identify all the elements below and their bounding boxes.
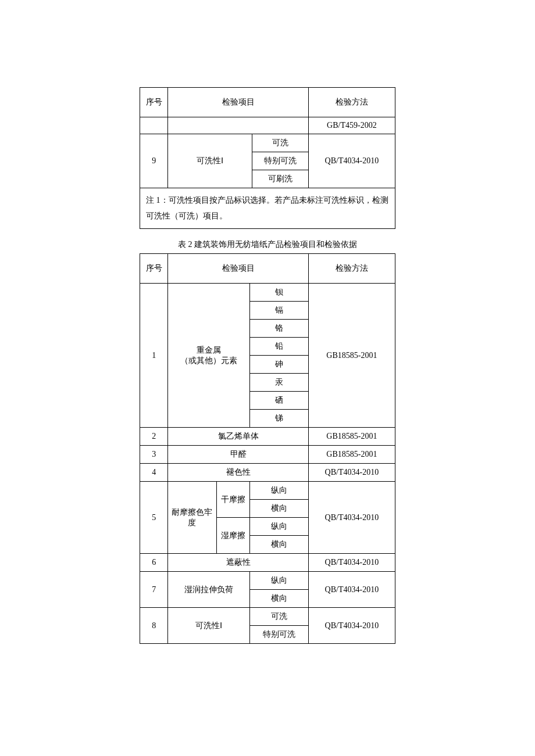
cell-seq: 5 xyxy=(140,482,168,554)
header-seq: 序号 xyxy=(140,88,168,117)
cell-item-name: 可洗性Ⅰ xyxy=(168,134,252,188)
cell-item-name: 重金属 （或其他）元素 xyxy=(168,284,249,428)
cell-method: GB/T459-2002 xyxy=(308,117,395,134)
table-row: 序号 检验项目 检验方法 xyxy=(140,88,395,117)
cell-item-name: 湿润拉伸负荷 xyxy=(168,572,249,608)
cell-sub: 砷 xyxy=(249,356,308,374)
cell-sub: 纵向 xyxy=(249,518,308,536)
cell-sub: 可洗 xyxy=(252,134,309,152)
cell-item-name: 褪色性 xyxy=(168,464,308,482)
cell-sub: 横向 xyxy=(249,536,308,554)
cell-sub: 纵向 xyxy=(249,572,308,590)
table-2: 序号 检验项目 检验方法 1 重金属 （或其他）元素 钡 GB18585-200… xyxy=(140,253,395,644)
table-row: 9 可洗性Ⅰ 可洗 QB/T4034-2010 xyxy=(140,134,395,152)
cell-seq: 8 xyxy=(140,608,168,644)
cell-seq: 1 xyxy=(140,284,168,428)
header-seq: 序号 xyxy=(140,254,168,284)
cell-sub: 镉 xyxy=(249,302,308,320)
table-row: 3 甲醛 GB18585-2001 xyxy=(140,446,395,464)
table-row: 2 氯乙烯单体 GB18585-2001 xyxy=(140,428,395,446)
cell-method: GB18585-2001 xyxy=(308,446,395,464)
cell-sub: 特别可洗 xyxy=(252,152,309,170)
cell-seq: 6 xyxy=(140,554,168,572)
header-method: 检验方法 xyxy=(308,254,395,284)
table-1: 序号 检验项目 检验方法 GB/T459-2002 9 可洗性Ⅰ 可洗 QB/T… xyxy=(140,87,395,229)
cell-seq: 4 xyxy=(140,464,168,482)
cell-sub: 可洗 xyxy=(249,608,308,626)
cell-method: QB/T4034-2010 xyxy=(308,464,395,482)
cell-sub: 纵向 xyxy=(249,482,308,500)
table-row: 6 遮蔽性 QB/T4034-2010 xyxy=(140,554,395,572)
cell-method: GB18585-2001 xyxy=(308,428,395,446)
cell-item-blank xyxy=(168,117,308,134)
cell-sub: 钡 xyxy=(249,284,308,302)
cell-seq: 9 xyxy=(140,134,168,188)
cell-item-name: 氯乙烯单体 xyxy=(168,428,308,446)
cell-sub: 特别可洗 xyxy=(249,626,308,644)
cell-item-name: 甲醛 xyxy=(168,446,308,464)
header-item: 检验项目 xyxy=(168,88,308,117)
cell-item-name-line2: （或其他）元素 xyxy=(180,356,237,365)
table-row: 注 1：可洗性项目按产品标识选择。若产品未标注可洗性标识，检测可洗性（可洗）项目… xyxy=(140,188,395,229)
cell-method: QB/T4034-2010 xyxy=(308,554,395,572)
cell-sub: 横向 xyxy=(249,590,308,608)
cell-method: QB/T4034-2010 xyxy=(308,608,395,644)
cell-sub: 铬 xyxy=(249,320,308,338)
cell-seq: 7 xyxy=(140,572,168,608)
cell-seq: 3 xyxy=(140,446,168,464)
table-row: 4 褪色性 QB/T4034-2010 xyxy=(140,464,395,482)
cell-note: 注 1：可洗性项目按产品标识选择。若产品未标注可洗性标识，检测可洗性（可洗）项目… xyxy=(140,188,395,229)
header-method: 检验方法 xyxy=(308,88,395,117)
cell-method: QB/T4034-2010 xyxy=(308,572,395,608)
cell-sub: 汞 xyxy=(249,374,308,392)
table-row: 序号 检验项目 检验方法 xyxy=(140,254,395,284)
header-item: 检验项目 xyxy=(168,254,308,284)
cell-sub: 可刷洗 xyxy=(252,170,309,188)
cell-item-name: 遮蔽性 xyxy=(168,554,308,572)
table-row: 5 耐摩擦色牢度 干摩擦 纵向 QB/T4034-2010 xyxy=(140,482,395,500)
cell-group: 湿摩擦 xyxy=(216,518,249,554)
cell-method: QB/T4034-2010 xyxy=(308,482,395,554)
cell-group: 干摩擦 xyxy=(216,482,249,518)
cell-item-name: 耐摩擦色牢度 xyxy=(168,482,216,554)
cell-seq: 2 xyxy=(140,428,168,446)
table-row: GB/T459-2002 xyxy=(140,117,395,134)
cell-item-name: 可洗性Ⅰ xyxy=(168,608,249,644)
cell-method: QB/T4034-2010 xyxy=(308,134,395,188)
cell-sub: 横向 xyxy=(249,500,308,518)
cell-sub: 锑 xyxy=(249,410,308,428)
cell-sub: 铅 xyxy=(249,338,308,356)
table-2-caption: 表 2 建筑装饰用无纺墙纸产品检验项目和检验依据 xyxy=(140,239,395,250)
table-row: 1 重金属 （或其他）元素 钡 GB18585-2001 xyxy=(140,284,395,302)
cell-seq-blank xyxy=(140,117,168,134)
cell-method: GB18585-2001 xyxy=(308,284,395,428)
table-row: 8 可洗性Ⅰ 可洗 QB/T4034-2010 xyxy=(140,608,395,626)
cell-sub: 硒 xyxy=(249,392,308,410)
cell-item-name-line1: 重金属 xyxy=(197,346,221,354)
table-row: 7 湿润拉伸负荷 纵向 QB/T4034-2010 xyxy=(140,572,395,590)
